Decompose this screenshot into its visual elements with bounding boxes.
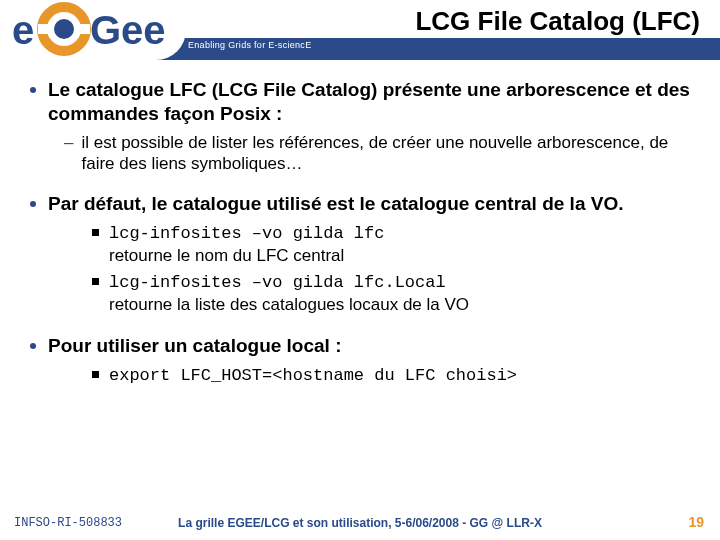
code-text: lcg-infosites –vo gilda lfc.Local: [109, 273, 446, 292]
bullet-level1: Par défaut, le catalogue utilisé est le …: [30, 192, 694, 216]
footer-title: La grille EGEE/LCG et son utilisation, 5…: [0, 516, 720, 530]
bullet-text: lcg-infosites –vo gilda lfc.Local retour…: [109, 271, 469, 316]
bullet-level1: Le catalogue LFC (LCG File Catalog) prés…: [30, 78, 694, 126]
bullet-level3: lcg-infosites –vo gilda lfc retourne le …: [92, 222, 694, 267]
bullet-text: lcg-infosites –vo gilda lfc retourne le …: [109, 222, 384, 267]
bullet-dot-icon: [30, 201, 36, 207]
slide-title: LCG File Catalog (LFC): [415, 6, 700, 37]
svg-text:e: e: [12, 8, 34, 52]
bullet-square-icon: [92, 278, 99, 285]
header-tagline: Enabling Grids for E-sciencE: [188, 40, 311, 50]
bullet-text: Le catalogue LFC (LCG File Catalog) prés…: [48, 78, 694, 126]
bullet-text: il est possible de lister les références…: [81, 132, 694, 175]
code-text: export LFC_HOST=<hostname du LFC choisi>: [109, 366, 517, 385]
bullet-level3: lcg-infosites –vo gilda lfc.Local retour…: [92, 271, 694, 316]
bullet-dot-icon: [30, 343, 36, 349]
bullet-text: export LFC_HOST=<hostname du LFC choisi>: [109, 364, 517, 387]
slide-header: e Gee Enabling Grids for E-sciencE LCG F…: [0, 0, 720, 64]
desc-text: retourne la liste des catalogues locaux …: [109, 295, 469, 314]
bullet-square-icon: [92, 371, 99, 378]
bullet-square-icon: [92, 229, 99, 236]
egee-logo-icon: e Gee: [8, 2, 178, 58]
slide-content: Le catalogue LFC (LCG File Catalog) prés…: [0, 64, 720, 387]
bullet-text: Pour utiliser un catalogue local :: [48, 334, 342, 358]
bullet-text: Par défaut, le catalogue utilisé est le …: [48, 192, 623, 216]
page-number: 19: [688, 514, 704, 530]
bullet-dash-icon: –: [64, 133, 73, 153]
svg-text:Gee: Gee: [90, 8, 166, 52]
bullet-level2: – il est possible de lister les référenc…: [64, 132, 694, 175]
slide-footer: INFSO-RI-508833 La grille EGEE/LCG et so…: [0, 510, 720, 530]
desc-text: retourne le nom du LFC central: [109, 246, 344, 265]
bullet-level1: Pour utiliser un catalogue local :: [30, 334, 694, 358]
bullet-level3: export LFC_HOST=<hostname du LFC choisi>: [92, 364, 694, 387]
code-text: lcg-infosites –vo gilda lfc: [109, 224, 384, 243]
svg-point-3: [54, 19, 74, 39]
bullet-dot-icon: [30, 87, 36, 93]
